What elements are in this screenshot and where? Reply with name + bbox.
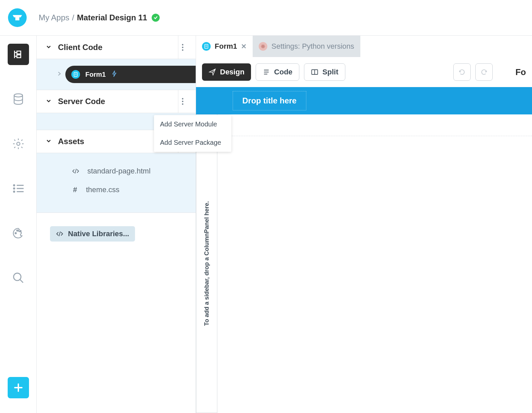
chevron-down-icon: [45, 43, 52, 51]
code-icon: [56, 230, 63, 238]
rail-search[interactable]: [8, 267, 29, 289]
header: My Apps / Material Design 11: [0, 0, 532, 36]
form-label: Form1: [85, 71, 106, 78]
redo-icon: [480, 68, 488, 76]
list-icon: [263, 68, 270, 76]
form-heading: Fo: [515, 67, 526, 77]
tab-bar: Form1 ✕ Settings: Python versions: [196, 36, 532, 57]
sidebar-drop-hint-text: To add a sidebar, drop a ColumnPanel her…: [203, 196, 210, 331]
svg-point-13: [182, 44, 183, 45]
drop-title-placeholder[interactable]: Drop title here: [233, 91, 306, 110]
code-icon: [72, 167, 79, 175]
section-title: Client Code: [58, 43, 102, 52]
rail-database[interactable]: [8, 88, 29, 110]
canvas-body: To add a sidebar, drop a ColumnPanel her…: [196, 114, 532, 413]
rail-list[interactable]: [8, 178, 29, 199]
undo-button[interactable]: [453, 63, 471, 81]
breadcrumb-current: Material Design 11: [77, 13, 147, 22]
canvas-main[interactable]: [217, 136, 532, 413]
svg-rect-23: [205, 44, 208, 48]
server-code-menu[interactable]: [178, 90, 187, 113]
asset-label: theme.css: [86, 185, 119, 194]
svg-line-12: [20, 280, 23, 283]
section-title: Assets: [58, 137, 84, 146]
canvas-titlebar[interactable]: Drop title here: [196, 87, 532, 114]
server-code-popup: Add Server Module Add Server Package: [154, 115, 231, 152]
client-code-body: Form1: [37, 59, 196, 90]
rail-theme[interactable]: [8, 223, 29, 244]
code-label: Code: [274, 68, 292, 76]
client-code-menu[interactable]: [178, 36, 187, 59]
left-rail: [0, 36, 37, 413]
split-icon: [311, 68, 318, 76]
form-tree-item[interactable]: Form1: [37, 66, 196, 83]
svg-point-8: [15, 233, 16, 234]
chevron-down-icon: [45, 97, 52, 105]
close-icon[interactable]: ✕: [241, 42, 247, 50]
editor-toolbar: Design Code Split Fo: [196, 57, 532, 87]
tab-label: Settings: Python versions: [271, 42, 354, 51]
paper-plane-icon: [209, 68, 216, 76]
menu-add-server-package[interactable]: Add Server Package: [154, 133, 231, 152]
assets-body: standard-page.html # theme.css: [37, 153, 196, 213]
native-libraries[interactable]: Native Libraries...: [50, 226, 135, 242]
hash-icon: #: [72, 185, 78, 194]
section-client-code[interactable]: Client Code: [37, 36, 196, 59]
svg-point-10: [20, 231, 21, 232]
menu-add-server-module[interactable]: Add Server Module: [154, 115, 231, 133]
breadcrumb-sep: /: [72, 13, 74, 22]
form-icon: [202, 42, 211, 51]
tab-label: Form1: [215, 42, 237, 51]
rail-app-tree[interactable]: [8, 44, 29, 65]
svg-rect-16: [74, 72, 77, 76]
asset-css[interactable]: # theme.css: [37, 180, 196, 199]
redo-button[interactable]: [475, 63, 493, 81]
split-label: Split: [322, 68, 338, 76]
chevron-down-icon: [45, 137, 52, 145]
svg-point-2: [13, 185, 14, 186]
svg-point-1: [17, 142, 20, 145]
section-server-code[interactable]: Server Code: [37, 90, 196, 113]
svg-point-9: [16, 230, 18, 231]
asset-html[interactable]: standard-page.html: [37, 162, 196, 180]
design-label: Design: [220, 68, 244, 76]
form-icon: [71, 70, 80, 79]
sidebar-drop-hint[interactable]: To add a sidebar, drop a ColumnPanel her…: [196, 114, 217, 413]
svg-point-11: [13, 273, 21, 281]
asset-label: standard-page.html: [87, 167, 151, 175]
tab-form1[interactable]: Form1 ✕: [196, 36, 253, 57]
code-button[interactable]: Code: [256, 63, 299, 81]
native-libraries-label: Native Libraries...: [68, 230, 129, 238]
svg-point-19: [182, 103, 183, 105]
gear-icon: [259, 42, 267, 51]
section-title: Server Code: [58, 97, 105, 106]
undo-icon: [458, 68, 466, 76]
app-tree: Client Code Form1 Server Code Assets: [37, 36, 196, 413]
svg-point-0: [14, 94, 22, 97]
save-status-icon: [152, 14, 160, 22]
breadcrumb-parent[interactable]: My Apps: [39, 13, 69, 22]
design-button[interactable]: Design: [202, 63, 251, 81]
chevron-right-icon[interactable]: [57, 71, 62, 78]
anvil-logo[interactable]: [8, 8, 27, 27]
svg-point-4: [13, 191, 14, 192]
rail-add-button[interactable]: [8, 377, 29, 398]
svg-point-24: [262, 46, 264, 47]
split-button[interactable]: Split: [304, 63, 345, 81]
svg-point-15: [182, 49, 183, 50]
svg-point-3: [13, 188, 14, 189]
lightning-icon: [112, 70, 117, 79]
editor-pane: Form1 ✕ Settings: Python versions Design…: [196, 36, 532, 413]
svg-point-14: [182, 46, 183, 48]
breadcrumb: My Apps / Material Design 11: [39, 13, 160, 22]
tab-settings[interactable]: Settings: Python versions: [253, 36, 360, 57]
svg-point-18: [182, 101, 183, 102]
rail-settings[interactable]: [8, 133, 29, 154]
svg-point-17: [182, 98, 183, 99]
